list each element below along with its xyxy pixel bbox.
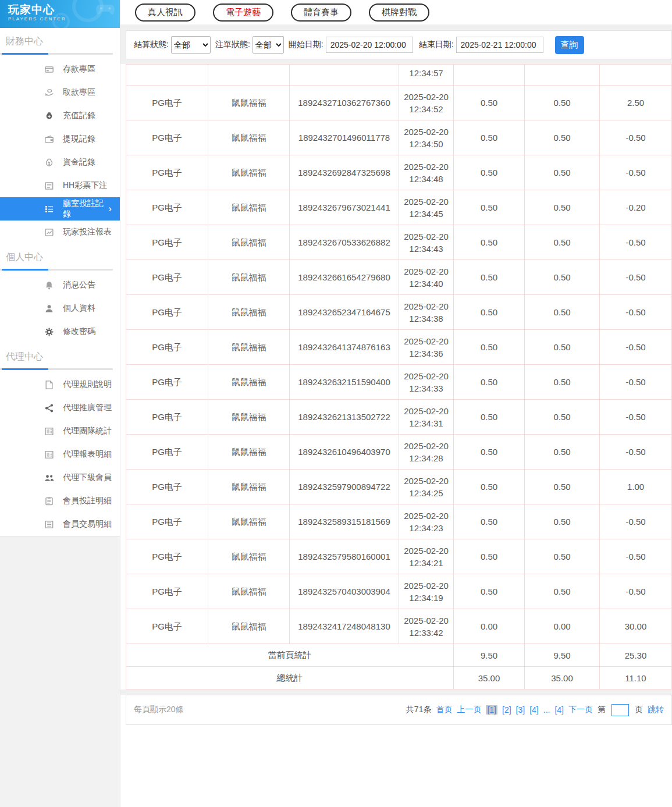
bet-time-cell: 12:34:57 xyxy=(399,65,454,86)
end-date-input[interactable] xyxy=(456,37,543,53)
game-cell: 鼠鼠福福 xyxy=(208,400,290,435)
page-link[interactable]: [2] xyxy=(502,705,511,714)
sidebar-item-withdraw[interactable]: 取款專區 xyxy=(0,81,120,104)
sidebar-item-profile-person[interactable]: 個人資料 xyxy=(0,297,120,320)
sidebar-item-agent-promo-share[interactable]: 代理推廣管理 xyxy=(0,396,120,420)
sidebar-item-label: 代理報表明細 xyxy=(63,449,112,460)
sidebar-item-withdrawal-record[interactable]: 提現記錄 xyxy=(0,127,120,151)
prev-page-link[interactable]: 上一页 xyxy=(457,705,481,715)
sidebar-item-member-bet-detail[interactable]: 會員投註明細 xyxy=(0,489,120,513)
settle-status-label: 結算狀態: xyxy=(134,40,169,50)
settle-status-select[interactable]: 全部 xyxy=(171,36,211,54)
bet-time-cell: 2025-02-2012:34:33 xyxy=(399,365,454,400)
jump-prefix-text: 第 xyxy=(598,705,606,715)
sidebar-item-agent-report-detail[interactable]: 代理報表明細 xyxy=(0,443,120,466)
next-page-link[interactable]: 下一页 xyxy=(568,705,593,715)
start-date-label: 開始日期: xyxy=(289,40,323,50)
category-tab[interactable]: 體育賽事 xyxy=(291,3,351,22)
total-count-text: 共71条 xyxy=(406,705,432,715)
deposit-icon xyxy=(44,65,54,74)
first-page-link[interactable]: 首页 xyxy=(436,705,452,715)
total-summary-bet: 35.00 xyxy=(454,667,525,689)
category-tab-active[interactable]: 電子遊藝 xyxy=(213,3,273,22)
sidebar-item-agent-team-report[interactable]: 代理團隊統計 xyxy=(0,420,120,443)
bet-records-table: 12:34:57 PG电子鼠鼠福福18924327103627673602025… xyxy=(126,64,672,689)
sidebar-item-password-gear[interactable]: 修改密碼 xyxy=(0,320,120,343)
bet-amount-cell: 0.50 xyxy=(454,470,525,504)
jump-action-link[interactable]: 跳转 xyxy=(648,705,664,715)
gamepad-icon xyxy=(95,3,115,17)
jump-suffix-text: 页 xyxy=(635,705,643,715)
sidebar-item-label: 修改密碼 xyxy=(63,326,95,337)
page-link[interactable]: [4] xyxy=(554,705,564,714)
bet-time-cell: 2025-02-2012:34:36 xyxy=(399,330,454,365)
win-loss-cell: -0.50 xyxy=(600,155,672,190)
category-tab[interactable]: 真人視訊 xyxy=(135,3,195,22)
valid-bet-cell: 0.50 xyxy=(525,504,600,539)
sidebar-item-member-trans-detail[interactable]: 會員交易明細 xyxy=(0,513,120,536)
agent-members-icon xyxy=(44,473,54,483)
table-row: PG电子鼠鼠福福18924326796730214412025-02-2012:… xyxy=(126,190,672,225)
game-cell: 鼠鼠福福 xyxy=(208,86,290,120)
provider-cell: PG电子 xyxy=(126,155,208,190)
sidebar-section-title: 代理中心 xyxy=(0,351,120,368)
sidebar-item-label: 廳室投註記錄 xyxy=(63,198,108,219)
bet-time-cell: 2025-02-2012:34:31 xyxy=(399,400,454,435)
page-link[interactable]: [3] xyxy=(516,705,525,714)
sidebar-item-label: 代理規則說明 xyxy=(63,379,112,390)
provider-cell: PG电子 xyxy=(126,225,208,260)
sidebar-item-notice-bell[interactable]: 消息公告 xyxy=(0,273,120,297)
bet-time-cell: 2025-02-2012:34:25 xyxy=(399,470,454,504)
game-cell: 鼠鼠福福 xyxy=(208,435,290,470)
sidebar-item-lottery-bet[interactable]: HH彩票下注 xyxy=(0,174,120,197)
table-row: PG电子鼠鼠福福18924325979008947222025-02-2012:… xyxy=(126,470,672,504)
order-status-select[interactable]: 全部 xyxy=(253,36,284,54)
sidebar-item-hall-bet-record[interactable]: 廳室投註記錄› xyxy=(0,197,120,221)
order-id-cell xyxy=(290,65,399,86)
order-id-cell: 1892432570403003904 xyxy=(290,574,399,609)
valid-bet-cell: 0.50 xyxy=(525,365,600,400)
page-link-current[interactable]: [1] xyxy=(486,705,497,714)
page-ellipsis: ... xyxy=(543,705,550,714)
sidebar-item-agent-rules-doc[interactable]: 代理規則說明 xyxy=(0,373,120,396)
sidebar-item-label: 充值記錄 xyxy=(63,111,95,121)
search-button[interactable]: 查詢 xyxy=(555,36,584,54)
bet-amount-cell: 0.50 xyxy=(454,365,525,400)
table-row: PG电子鼠鼠福福18924327103627673602025-02-2012:… xyxy=(126,86,672,120)
sidebar-item-label: 代理推廣管理 xyxy=(63,403,112,413)
order-id-cell: 1892432610496403970 xyxy=(290,435,399,470)
bet-amount-cell: 0.50 xyxy=(454,190,525,225)
bet-time-cell: 2025-02-2012:34:19 xyxy=(399,574,454,609)
sidebar-item-player-report[interactable]: 玩家投注報表 xyxy=(0,221,120,244)
valid-bet-cell: 0.50 xyxy=(525,120,600,155)
start-date-input[interactable] xyxy=(326,37,413,53)
table-row: PG电子鼠鼠福福18924326523471646752025-02-2012:… xyxy=(126,295,672,330)
table-row: PG电子鼠鼠福福18924326413748761632025-02-2012:… xyxy=(126,330,672,365)
table-row: PG电子鼠鼠福福18924326616542796802025-02-2012:… xyxy=(126,260,672,295)
order-id-cell: 1892432701496011778 xyxy=(290,120,399,155)
sidebar-section: 個人中心消息公告個人資料修改密碼 xyxy=(0,251,120,343)
order-id-cell: 1892432417248048130 xyxy=(290,609,399,644)
page-link[interactable]: [4] xyxy=(529,705,539,714)
valid-bet-cell: 0.50 xyxy=(525,470,600,504)
sidebar-item-agent-members[interactable]: 代理下級會員 xyxy=(0,466,120,489)
bet-time-cell: 2025-02-2012:34:38 xyxy=(399,295,454,330)
category-tab[interactable]: 棋牌對戰 xyxy=(369,3,429,22)
game-cell: 鼠鼠福福 xyxy=(208,470,290,504)
sidebar-item-recharge-record[interactable]: 充值記錄 xyxy=(0,104,120,127)
bet-time-cell: 2025-02-2012:34:43 xyxy=(399,225,454,260)
bet-time-cell: 2025-02-2012:34:45 xyxy=(399,190,454,225)
logo: 玩家中心 PLAYERS CENTER xyxy=(0,0,120,28)
provider-cell: PG电子 xyxy=(126,400,208,435)
table-row: PG电子鼠鼠福福18924325704030039042025-02-2012:… xyxy=(126,574,672,609)
order-id-cell: 1892432652347164675 xyxy=(290,295,399,330)
sidebar-item-deposit[interactable]: 存款專區 xyxy=(0,58,120,81)
order-id-cell: 1892432670533626882 xyxy=(290,225,399,260)
bet-amount-cell: 0.50 xyxy=(454,504,525,539)
sidebar-item-label: 代理下級會員 xyxy=(63,472,112,483)
main-content: 真人視訊電子遊藝體育賽事棋牌對戰 結算狀態: 全部 注單狀態: 全部 開始日期:… xyxy=(120,0,672,807)
sidebar-item-funds-record[interactable]: 資金記錄 xyxy=(0,151,120,174)
provider-cell xyxy=(126,65,208,86)
sidebar-item-label: 消息公告 xyxy=(63,280,95,290)
jump-page-input[interactable] xyxy=(611,704,629,716)
